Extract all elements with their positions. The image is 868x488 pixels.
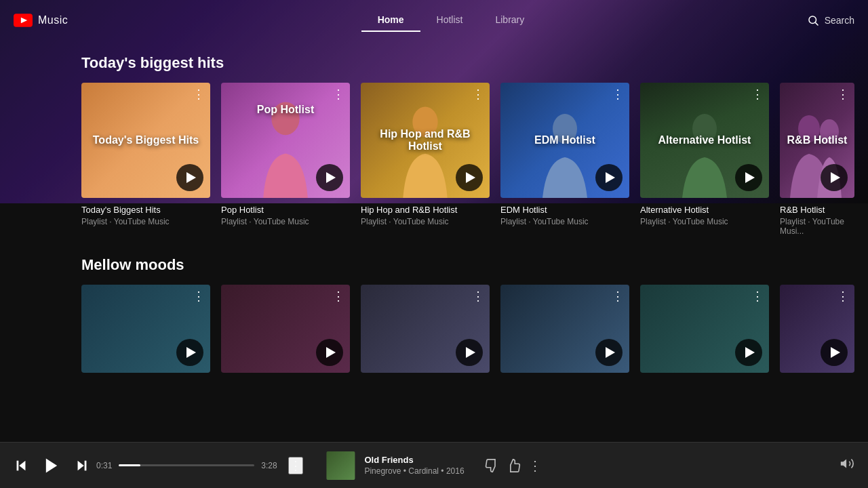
card-thumb-3: ⋮ Hip Hop and R&B Hotlist xyxy=(361,83,490,198)
card-subtitle-2: Playlist · YouTube Music xyxy=(221,217,350,226)
skip-next-icon xyxy=(75,458,90,473)
current-time: 0:31 xyxy=(96,461,112,470)
play-icon xyxy=(42,456,61,475)
total-time: 3:28 xyxy=(261,461,277,470)
card-edm-hotlist[interactable]: ⋮ EDM Hotlist EDM Hotlist Playlist · You… xyxy=(500,83,629,236)
track-more-icon: ⋮ xyxy=(528,458,542,474)
player-bar: 0:31 3:28 ⋮ Old Friends Pinegrove • Card… xyxy=(0,442,868,488)
card-subtitle-1: Playlist · YouTube Music xyxy=(81,217,210,226)
card-play-mellow-3[interactable] xyxy=(456,339,483,366)
card-pop-hotlist[interactable]: ⋮ Pop Hotlist Pop Hotlist Playlist · You… xyxy=(221,83,350,236)
nav-library[interactable]: Library xyxy=(479,9,540,32)
like-icon xyxy=(507,458,521,473)
card-title-5: Alternative Hotlist xyxy=(640,205,769,215)
card-play-btn-2[interactable] xyxy=(316,164,343,191)
card-mellow-3[interactable]: ⋮ xyxy=(361,285,490,373)
nav-hotlist[interactable]: Hotlist xyxy=(420,9,479,32)
card-play-mellow-6[interactable] xyxy=(821,339,848,366)
card-label-1: Today's Biggest Hits xyxy=(88,134,204,146)
card-title-4: EDM Hotlist xyxy=(500,205,629,215)
card-play-btn-3[interactable] xyxy=(456,164,483,191)
track-more-button[interactable]: ⋮ xyxy=(528,458,542,474)
nav-home[interactable]: Home xyxy=(361,9,420,32)
card-play-mellow-5[interactable] xyxy=(735,339,762,366)
card-mellow-thumb-1: ⋮ xyxy=(81,285,210,373)
card-play-mellow-2[interactable] xyxy=(316,339,343,366)
card-menu-btn-m2[interactable]: ⋮ xyxy=(332,290,344,302)
card-play-btn-5[interactable] xyxy=(735,164,762,191)
card-title-3: Hip Hop and R&B Hotlist xyxy=(361,205,490,215)
card-mellow-6[interactable]: ⋮ xyxy=(780,285,854,373)
card-menu-btn-m6[interactable]: ⋮ xyxy=(837,290,849,302)
dislike-button[interactable] xyxy=(485,458,500,473)
card-thumb-2: ⋮ Pop Hotlist xyxy=(221,83,350,198)
card-rnb-hotlist[interactable]: ⋮ R&B Hotlist R&B Hotlist Playlist · You… xyxy=(780,83,854,236)
card-menu-btn-1[interactable]: ⋮ xyxy=(193,88,205,100)
track-name: Old Friends xyxy=(364,455,464,465)
card-title-2: Pop Hotlist xyxy=(221,205,350,215)
card-thumb-4: ⋮ EDM Hotlist xyxy=(500,83,629,198)
skip-back-icon xyxy=(14,458,28,473)
logo-text: Music xyxy=(38,14,68,26)
card-menu-btn-2[interactable]: ⋮ xyxy=(332,88,344,100)
card-label-5: Alternative Hotlist xyxy=(647,134,763,146)
player-more-button[interactable]: ⋮ xyxy=(288,457,303,474)
card-mellow-1[interactable]: ⋮ xyxy=(81,285,210,373)
biggest-hits-title: Today's biggest hits xyxy=(0,54,868,83)
search-label: Search xyxy=(825,15,854,26)
card-play-btn-1[interactable] xyxy=(176,164,203,191)
card-play-btn-4[interactable] xyxy=(595,164,623,191)
card-mellow-5[interactable]: ⋮ xyxy=(640,285,769,373)
card-label-4: EDM Hotlist xyxy=(507,134,623,146)
svg-rect-14 xyxy=(85,460,87,470)
card-label-3: Hip Hop and R&B Hotlist xyxy=(368,128,484,152)
card-play-mellow-4[interactable] xyxy=(595,339,623,366)
svg-point-2 xyxy=(809,16,816,24)
track-subtitle: Pinegrove • Cardinal • 2016 xyxy=(364,466,464,476)
card-thumb-1: ⋮ Today's Biggest Hits xyxy=(81,83,210,198)
card-thumb-6: ⋮ R&B Hotlist xyxy=(780,83,854,198)
mellow-moods-section: Mellow moods ⋮ ⋮ ⋮ xyxy=(0,256,868,373)
card-subtitle-3: Playlist · YouTube Music xyxy=(361,217,490,226)
track-actions: ⋮ xyxy=(485,458,542,474)
volume-icon xyxy=(840,456,854,471)
card-menu-btn-m4[interactable]: ⋮ xyxy=(612,290,624,302)
svg-marker-10 xyxy=(19,460,25,470)
like-button[interactable] xyxy=(507,458,521,473)
logo[interactable]: Music xyxy=(14,14,68,27)
card-mellow-4[interactable]: ⋮ xyxy=(500,285,629,373)
card-label-6: R&B Hotlist xyxy=(784,134,851,146)
card-todays-biggest-hits[interactable]: ⋮ Today's Biggest Hits Today's Biggest H… xyxy=(81,83,210,236)
card-menu-btn-3[interactable]: ⋮ xyxy=(472,88,484,100)
card-subtitle-4: Playlist · YouTube Music xyxy=(500,217,629,226)
card-menu-btn-m3[interactable]: ⋮ xyxy=(472,290,484,302)
search-button[interactable]: Search xyxy=(807,14,854,26)
card-hiphop-rnb[interactable]: ⋮ Hip Hop and R&B Hotlist Hip Hop and R&… xyxy=(361,83,490,236)
play-pause-button[interactable] xyxy=(39,453,64,478)
track-info: Old Friends Pinegrove • Cardinal • 2016 … xyxy=(326,451,541,480)
card-title-6: R&B Hotlist xyxy=(780,205,854,215)
card-play-mellow-1[interactable] xyxy=(176,339,203,366)
skip-back-button[interactable] xyxy=(14,458,28,473)
card-menu-btn-6[interactable]: ⋮ xyxy=(837,88,849,100)
card-play-btn-6[interactable] xyxy=(821,164,848,191)
mellow-moods-title: Mellow moods xyxy=(0,256,868,285)
main-content: Today's biggest hits ⋮ Today's Biggest H… xyxy=(0,41,868,373)
card-alt-hotlist[interactable]: ⋮ Alternative Hotlist Alternative Hotlis… xyxy=(640,83,769,236)
card-mellow-thumb-6: ⋮ xyxy=(780,285,854,373)
card-menu-btn-m1[interactable]: ⋮ xyxy=(193,290,205,302)
card-mellow-2[interactable]: ⋮ xyxy=(221,285,350,373)
card-thumb-5: ⋮ Alternative Hotlist xyxy=(640,83,769,198)
person-silhouette-4 xyxy=(534,110,595,198)
card-menu-btn-m5[interactable]: ⋮ xyxy=(751,290,764,302)
navbar: Music Home Hotlist Library Search xyxy=(0,0,868,41)
svg-marker-12 xyxy=(46,458,57,472)
skip-next-button[interactable] xyxy=(75,458,90,473)
card-mellow-thumb-4: ⋮ xyxy=(500,285,629,373)
volume-button[interactable] xyxy=(840,456,854,474)
progress-bar[interactable] xyxy=(119,464,254,466)
card-menu-btn-4[interactable]: ⋮ xyxy=(612,88,624,100)
card-title-1: Today's Biggest Hits xyxy=(81,205,210,215)
card-menu-btn-5[interactable]: ⋮ xyxy=(751,88,764,100)
search-icon xyxy=(807,14,819,26)
